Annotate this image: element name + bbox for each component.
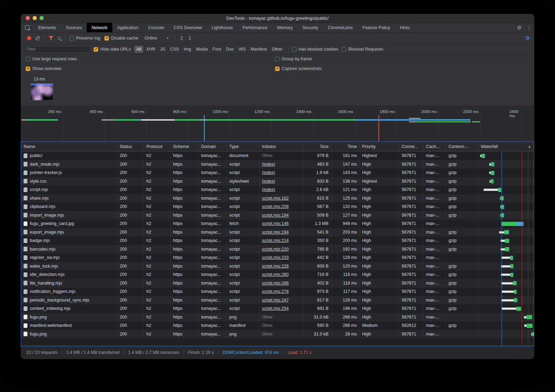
filter-type-xhr[interactable]: XHR — [144, 46, 157, 53]
search-icon[interactable] — [58, 37, 61, 40]
table-row[interactable]: periodic_background_sync.mjs200h2httpsto… — [21, 296, 534, 305]
table-row[interactable]: public/200h2httpstomayac...documentOther… — [21, 151, 534, 160]
initiator-link[interactable]: (index) — [262, 179, 275, 184]
table-row[interactable]: fugu.png200h2httpstomayac...pngOther31.0… — [21, 330, 534, 339]
filter-type-other[interactable]: Other — [270, 46, 284, 53]
cell-initiator[interactable]: script.mjs:182 — [259, 194, 303, 203]
filter-type-media[interactable]: Media — [194, 46, 210, 53]
filter-type-js[interactable]: JS — [158, 46, 168, 53]
close-window-button[interactable] — [26, 16, 30, 20]
tab-console[interactable]: Console — [143, 23, 169, 32]
hide-data-urls-checkbox[interactable]: Hide data URLs — [94, 47, 131, 52]
cell-initiator[interactable]: script.mjs:220 — [259, 245, 303, 254]
column-header-protocol[interactable]: Protocol — [144, 142, 171, 151]
network-overview-timeline[interactable]: 200 ms400 ms600 ms800 ms1000 ms1200 ms14… — [21, 106, 534, 141]
import-har-icon[interactable]: ↥ — [180, 35, 184, 41]
table-row[interactable]: manifest.webmanifest200h2httpstomayac...… — [21, 321, 534, 330]
export-har-icon[interactable]: ↧ — [188, 35, 192, 41]
show-overview-checkbox[interactable]: Show overview — [26, 66, 61, 71]
initiator-link[interactable]: script.mjs:208 — [262, 204, 289, 209]
filter-input[interactable] — [24, 46, 90, 53]
table-row[interactable]: pointer-tracker.js200h2httpstomayac...sc… — [21, 168, 534, 177]
column-header-encoding[interactable]: Content-... — [446, 142, 478, 151]
table-row[interactable]: wake_lock.mjs200h2httpstomayac...scripts… — [21, 262, 534, 271]
record-network-log-button[interactable] — [27, 36, 31, 40]
table-row[interactable]: content_indexing.mjs200h2httpstomayac...… — [21, 304, 534, 313]
initiator-link[interactable]: (index) — [262, 162, 275, 167]
initiator-link[interactable]: script.mjs:260 — [262, 272, 289, 277]
column-header-time[interactable]: Time — [331, 142, 360, 151]
preserve-log-checkbox[interactable]: Preserve log — [69, 36, 100, 41]
inspect-element-button[interactable] — [21, 23, 33, 32]
initiator-link[interactable]: script.mjs:247 — [262, 298, 289, 303]
tab-elements[interactable]: Elements — [33, 23, 61, 32]
initiator-link[interactable]: script.mjs:194 — [262, 213, 289, 218]
table-row[interactable]: fugu.png200h2httpstomayac...pngOther31.0… — [21, 313, 534, 322]
initiator-link[interactable]: script.mjs:226 — [262, 264, 289, 269]
initiator-link[interactable]: script.mjs:233 — [262, 255, 289, 260]
filter-funnel-icon[interactable] — [49, 36, 53, 40]
tab-application[interactable]: Application — [112, 23, 143, 32]
tab-network[interactable]: Network — [87, 23, 112, 32]
cell-initiator[interactable]: (index) — [259, 168, 303, 177]
clear-network-log-icon[interactable] — [35, 36, 40, 41]
capture-screenshots-checkbox[interactable]: Capture screenshots — [275, 66, 322, 71]
throttling-dropdown[interactable]: Online ▼ — [143, 35, 171, 41]
column-header-domain[interactable]: Domain — [199, 142, 227, 151]
initiator-link[interactable]: script.mjs:214 — [262, 238, 289, 243]
disable-cache-checkbox-box[interactable] — [104, 36, 109, 41]
cell-initiator[interactable]: script.mjs:266 — [259, 279, 303, 288]
initiator-link[interactable]: (index) — [262, 170, 275, 175]
has-blocked-cookies-checkbox-box[interactable] — [292, 47, 297, 52]
cell-initiator[interactable]: (index) — [259, 160, 303, 169]
tab-sources[interactable]: Sources — [61, 23, 87, 32]
use-large-request-rows-checkbox-box[interactable] — [26, 57, 30, 61]
table-row[interactable]: clipboard.mjs200h2httpstomayac...scripts… — [21, 202, 534, 211]
minimize-window-button[interactable] — [33, 16, 37, 20]
cell-initiator[interactable]: script.mjs:194 — [259, 211, 303, 220]
table-row[interactable]: notification_triggers.mjs200h2httpstomay… — [21, 287, 534, 296]
table-row[interactable]: export_image.mjs200h2httpstomayac...scri… — [21, 228, 534, 237]
tab-performance[interactable]: Performance — [238, 23, 272, 32]
column-header-name[interactable]: Name — [21, 142, 117, 151]
filter-type-doc[interactable]: Doc — [224, 46, 236, 53]
initiator-link[interactable]: script.mjs:182 — [262, 196, 289, 201]
column-header-initiator[interactable]: Initiator — [259, 142, 303, 151]
cell-initiator[interactable]: (index) — [259, 185, 303, 194]
tab-security[interactable]: Security — [298, 23, 323, 32]
settings-gear-icon[interactable]: ⚙ — [517, 25, 522, 31]
cell-initiator[interactable]: script.mjs:214 — [259, 236, 303, 245]
column-header-type[interactable]: Type — [227, 142, 259, 151]
capture-screenshots-checkbox-box[interactable] — [275, 67, 280, 71]
initiator-link[interactable]: script.mjs:194 — [262, 230, 289, 235]
column-header-cache[interactable]: Cach... — [424, 142, 446, 151]
filter-type-ws[interactable]: WS — [237, 46, 248, 53]
initiator-link[interactable]: script.mjs:220 — [262, 247, 289, 252]
tab-chromelens[interactable]: ChromeLens — [323, 23, 358, 32]
cell-initiator[interactable]: script.mjs:278 — [259, 287, 303, 296]
cell-initiator[interactable]: script.mjs:247 — [259, 296, 303, 305]
table-row[interactable]: file_handling.mjs200h2httpstomayac...scr… — [21, 279, 534, 288]
initiator-link[interactable]: script.mjs:146 — [262, 221, 289, 226]
initiator-link[interactable]: script.mjs:266 — [262, 281, 289, 286]
column-header-size[interactable]: Size — [303, 142, 331, 151]
table-row[interactable]: script.mjs200h2httpstomayac...script(ind… — [21, 185, 534, 194]
cell-initiator[interactable]: (index) — [259, 177, 303, 186]
table-row[interactable]: idle_detection.mjs200h2httpstomayac...sc… — [21, 270, 534, 279]
group-by-frame-checkbox-box[interactable] — [275, 57, 280, 61]
blocked-requests-checkbox[interactable]: Blocked Requests — [342, 47, 383, 52]
use-large-request-rows-checkbox[interactable]: Use large request rows — [26, 56, 77, 61]
column-header-priority[interactable]: Priority — [360, 142, 399, 151]
initiator-link[interactable]: script.mjs:278 — [262, 289, 289, 294]
cell-initiator[interactable]: script.mjs:260 — [259, 270, 303, 279]
cell-initiator[interactable]: script.mjs:194 — [259, 228, 303, 237]
filter-type-css[interactable]: CSS — [168, 46, 181, 53]
tab-feature-policy[interactable]: Feature Policy — [358, 23, 395, 32]
column-header-scheme[interactable]: Scheme — [171, 142, 199, 151]
network-settings-gear-icon[interactable]: ⚙ — [526, 35, 530, 41]
tab-memory[interactable]: Memory — [272, 23, 298, 32]
tab-hints[interactable]: Hints — [395, 23, 415, 32]
table-row[interactable]: import_image.mjs200h2httpstomayac...scri… — [21, 211, 534, 220]
initiator-link[interactable]: script.mjs:254 — [262, 306, 289, 311]
filmstrip-screenshot-thumbnail[interactable] — [31, 83, 53, 101]
